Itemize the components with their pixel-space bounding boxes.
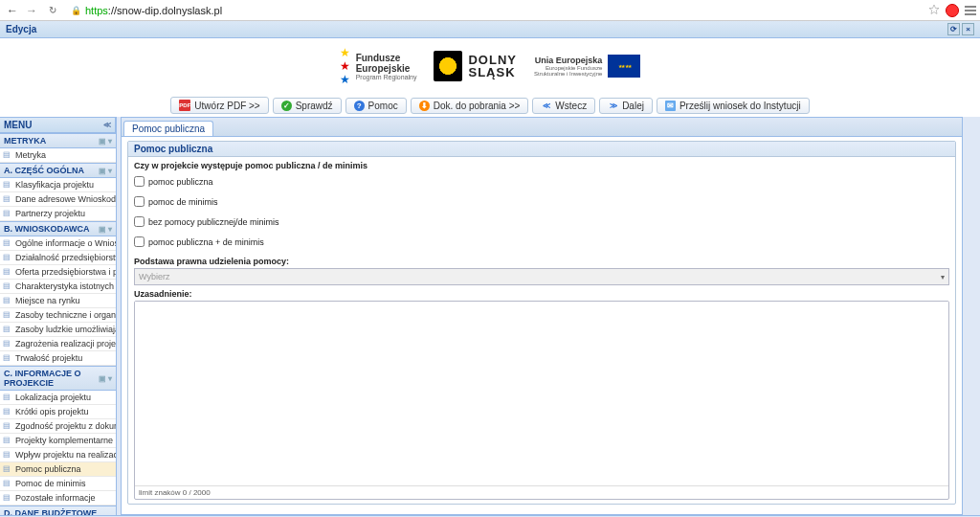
char-counter: limit znaków 0 / 2000	[135, 485, 948, 499]
sidebar-item[interactable]: Oferta przedsiębiorstwa i przycho	[0, 265, 116, 280]
bookmark-star-icon[interactable]	[928, 4, 940, 17]
checkbox-row-1[interactable]: pomoc publiczna	[134, 176, 949, 187]
tab-pomoc-publiczna[interactable]: Pomoc publiczna	[123, 121, 213, 136]
url-host: ://snow-dip.dolnyslask.pl	[108, 5, 222, 16]
logo-bar: ★★★ Fundusze Europejskie Program Regiona…	[0, 38, 980, 94]
section-header[interactable]: C. INFORMACJE O PROJEKCIE▣▾	[0, 366, 116, 391]
sidebar-item[interactable]: Pomoc de minimis	[0, 477, 116, 491]
opera-icon[interactable]	[946, 4, 959, 17]
justification-label: Uzasadnienie:	[134, 289, 949, 299]
app-titlebar: Edycja ⟳ ×	[0, 21, 980, 38]
create-pdf-button[interactable]: PDFUtwórz PDF >>	[170, 97, 268, 114]
close-window-icon[interactable]: ×	[962, 23, 974, 35]
sidebar-item[interactable]: Krótki opis projektu	[0, 405, 116, 419]
prev-button[interactable]: ≪Wstecz	[532, 98, 595, 114]
chk-pomoc-publiczna[interactable]	[134, 176, 145, 187]
sidebar-item[interactable]: Pomoc publiczna	[0, 462, 116, 477]
sidebar-item[interactable]: Metryka	[0, 148, 116, 163]
checkbox-row-3[interactable]: bez pomocy publicznej/de minimis	[134, 216, 949, 227]
sidebar-item[interactable]: Zasoby ludzkie umożliwiające reali	[0, 323, 116, 337]
basis-select[interactable]: Wybierz ▾	[134, 268, 949, 285]
sidebar-item[interactable]: Ogólne informacje o Wnioskodaw	[0, 236, 116, 251]
refresh-window-icon[interactable]: ⟳	[947, 23, 960, 35]
sidebar: MENU≪ METRYKA▣▾MetrykaA. CZĘŚĆ OGÓLNA▣▾K…	[0, 117, 117, 515]
chk-publiczna-plus-minimis[interactable]	[134, 236, 145, 247]
section-header[interactable]: D. DANE BUDŻETOWE – PLAN...▣▾	[0, 506, 116, 515]
sidebar-item[interactable]: Klasyfikacja projektu	[0, 178, 116, 192]
collapse-icon[interactable]: ≪	[103, 121, 111, 129]
fe-logo: ★★★ Fundusze Europejskie Program Regiona…	[340, 46, 417, 86]
sidebar-item[interactable]: Projekty komplementarne	[0, 434, 116, 448]
section-header[interactable]: A. CZĘŚĆ OGÓLNA▣▾	[0, 163, 116, 178]
sidebar-item[interactable]: Zasoby techniczne i organizacyjne	[0, 308, 116, 323]
validate-button[interactable]: ✓Sprawdź	[273, 98, 342, 114]
sidebar-item[interactable]: Zagrożenia realizacji projektu i sp	[0, 337, 116, 351]
sidebar-item[interactable]: Miejsce na rynku	[0, 294, 116, 308]
sidebar-item[interactable]: Charakterystyka istotnych czynnik	[0, 280, 116, 294]
eu-logo: Unia Europejska Europejskie Fundusze Str…	[534, 55, 640, 78]
chevron-down-icon: ▾	[941, 273, 945, 281]
justification-textarea[interactable]	[135, 302, 948, 483]
menu-icon[interactable]	[965, 6, 976, 15]
sidebar-item[interactable]: Pozostałe informacje	[0, 491, 116, 506]
menu-header: MENU≪	[0, 117, 116, 133]
action-toolbar: PDFUtwórz PDF >> ✓Sprawdź ?Pomoc ⬇Dok. d…	[0, 94, 980, 117]
submit-button[interactable]: ✉Prześlij wniosek do Instytucji	[657, 98, 810, 114]
checkbox-row-4[interactable]: pomoc publiczna + de minimis	[134, 236, 949, 247]
lock-icon: 🔒	[71, 6, 81, 15]
sidebar-item[interactable]: Dane adresowe Wnioskodawcy	[0, 192, 116, 207]
section-header[interactable]: METRYKA▣▾	[0, 133, 116, 148]
chk-bez-pomocy[interactable]	[134, 216, 145, 227]
sidebar-item[interactable]: Wpływ projektu na realizację zasa	[0, 448, 116, 462]
nav-back-button[interactable]: ←	[4, 2, 21, 19]
main-panel: Pomoc publiczna Pomoc publiczna Czy w pr…	[121, 117, 963, 515]
checkbox-row-2[interactable]: pomoc de minimis	[134, 196, 949, 207]
fieldset-legend: Pomoc publiczna	[128, 142, 955, 157]
sidebar-item[interactable]: Partnerzy projektu	[0, 207, 116, 221]
sidebar-item[interactable]: Działalność przedsiębiorstwa	[0, 251, 116, 265]
app-title: Edycja	[6, 24, 36, 34]
reload-button[interactable]: ↻	[44, 2, 61, 19]
sidebar-item[interactable]: Zgodność projektu z dokumentam	[0, 419, 116, 434]
chk-pomoc-de-minimis[interactable]	[134, 196, 145, 207]
tab-strip: Pomoc publiczna	[122, 118, 962, 137]
downloads-button[interactable]: ⬇Dok. do pobrania >>	[411, 98, 529, 114]
sidebar-item[interactable]: Trwałość projektu	[0, 351, 116, 366]
url-bar[interactable]: 🔒 https://snow-dip.dolnyslask.pl	[65, 3, 928, 18]
right-rail	[967, 117, 980, 515]
next-button[interactable]: ≫Dalej	[599, 98, 653, 114]
section-header[interactable]: B. WNIOSKODAWCA▣▾	[0, 221, 116, 236]
browser-chrome: ← → ↻ 🔒 https://snow-dip.dolnyslask.pl	[0, 0, 980, 21]
nav-forward-button[interactable]: →	[23, 2, 40, 19]
question-label: Czy w projekcie występuje pomoc publiczn…	[134, 161, 949, 170]
help-button[interactable]: ?Pomoc	[345, 98, 407, 114]
sidebar-item[interactable]: Lokalizacja projektu	[0, 391, 116, 405]
fieldset-pomoc-publiczna: Pomoc publiczna Czy w projekcie występuj…	[127, 141, 956, 505]
ds-logo: DOLNY SLĄSK	[434, 51, 517, 81]
basis-label: Podstawa prawna udzielenia pomocy:	[134, 257, 949, 266]
url-scheme: https	[85, 5, 108, 16]
